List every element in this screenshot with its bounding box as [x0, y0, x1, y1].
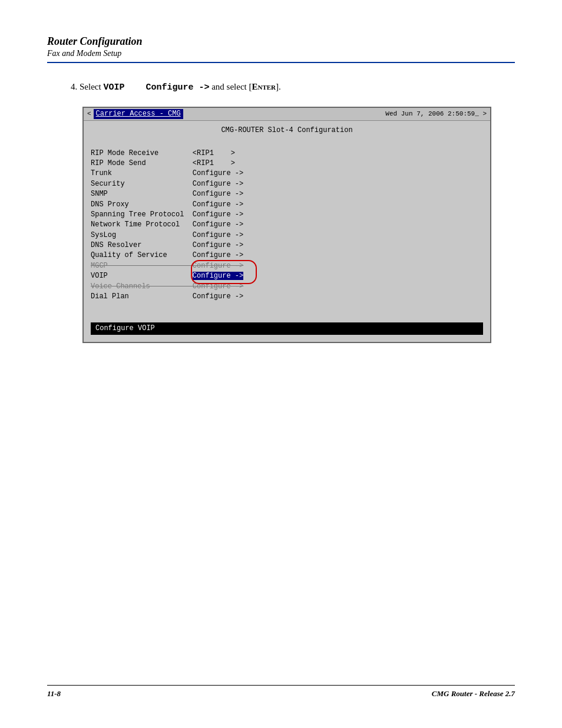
step-instruction: 4. Select VOIP Configure -> and select […	[71, 82, 515, 93]
menu-item-dial-plan: Dial Plan Configure ->	[91, 292, 483, 302]
terminal-statusbar: Configure VOIP	[91, 322, 483, 335]
header-section: Router Configuration Fax and Modem Setup	[47, 35, 515, 80]
step-text-pre: Select	[80, 82, 103, 91]
header-divider	[47, 62, 515, 63]
menu-item-voice-channels: Voice Channels Configure ->	[91, 282, 483, 292]
terminal-titlebar-left: < Carrier Access - CMG	[87, 109, 183, 119]
terminal-body: CMG-ROUTER Slot-4 Configuration RIP Mode…	[84, 121, 490, 342]
page-title: Router Configuration	[47, 35, 515, 48]
terminal-titlebar: < Carrier Access - CMG Wed Jun 7, 2006 2…	[84, 108, 490, 121]
terminal-window: < Carrier Access - CMG Wed Jun 7, 2006 2…	[82, 107, 491, 343]
menu-item-quality-of-service: Quality of Service Configure ->	[91, 251, 483, 261]
terminal-left-arrow: <	[87, 110, 91, 118]
menu-item-dns-resolver: DNS Resolver Configure ->	[91, 241, 483, 251]
footer-product-name: CMG Router - Release 2.7	[432, 689, 515, 699]
menu-item-security: Security Configure ->	[91, 179, 483, 189]
menu-item-voip: VOIP Configure ->	[91, 271, 483, 281]
terminal-section-heading: CMG-ROUTER Slot-4 Configuration	[91, 126, 483, 136]
menu-item-snmp: SNMP Configure ->	[91, 189, 483, 199]
terminal-title: Carrier Access - CMG	[94, 109, 183, 119]
terminal-blank-2	[91, 302, 483, 312]
menu-item-network-time-protocol: Network Time Protocol Configure ->	[91, 220, 483, 230]
menu-item-rip-mode-send: RIP Mode Send <RIP1 >	[91, 159, 483, 169]
footer-page-number: 11-8	[47, 689, 61, 699]
step-number: 4.	[71, 82, 77, 91]
page-footer: 11-8 CMG Router - Release 2.7	[47, 685, 515, 699]
terminal-screen: < Carrier Access - CMG Wed Jun 7, 2006 2…	[84, 108, 490, 342]
terminal-blank-3	[91, 312, 483, 322]
terminal-statusbar-text: Configure VOIP	[95, 324, 155, 332]
page-subtitle: Fax and Modem Setup	[47, 49, 515, 58]
page-container: Router Configuration Fax and Modem Setup…	[0, 0, 562, 728]
menu-item-rip-mode-receive: RIP Mode Receive <RIP1 >	[91, 149, 483, 159]
menu-item-spanning-tree-protocol: Spanning Tree Protocol Configure ->	[91, 210, 483, 220]
step-voip-text: VOIP Configure ->	[103, 83, 209, 93]
menu-items-container: RIP Mode Receive <RIP1 >RIP Mode Send <R…	[91, 149, 483, 302]
step-text-mid: and select [Enter].	[209, 82, 280, 91]
menu-item-trunk: Trunk Configure ->	[91, 169, 483, 179]
menu-item-syslog: SysLog Configure ->	[91, 230, 483, 241]
menu-item-dns-proxy: DNS Proxy Configure ->	[91, 200, 483, 210]
menu-item-mgcp: MGCP Configure ->	[91, 261, 483, 271]
terminal-titlebar-right: Wed Jun 7, 2006 2:50:59_ >	[385, 110, 487, 118]
terminal-blank-1	[91, 138, 483, 148]
